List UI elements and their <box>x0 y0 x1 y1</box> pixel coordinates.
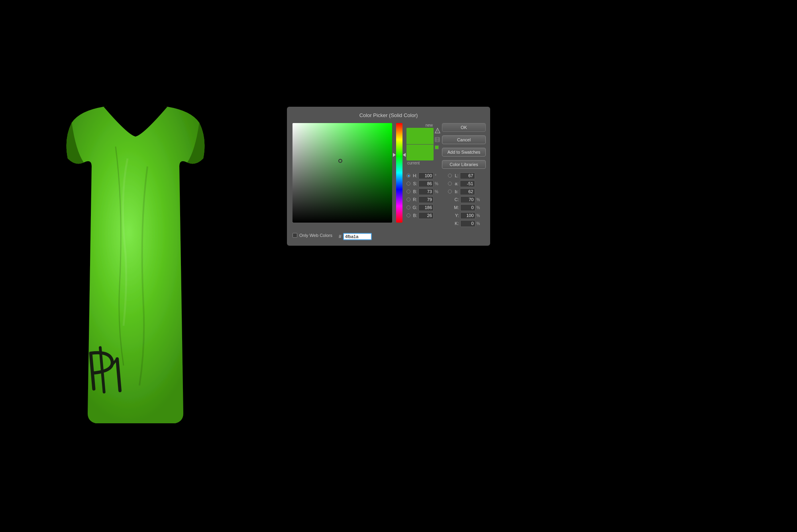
green-label: G: <box>412 205 417 210</box>
color-picker-dialog: Color Picker (Solid Color) new <box>287 107 490 246</box>
lab-l-label: L: <box>453 173 459 178</box>
blue-input[interactable] <box>418 212 434 219</box>
lab-a-label: a: <box>453 181 459 186</box>
cmyk-k-label: K: <box>453 221 459 226</box>
current-color-swatch <box>406 145 434 160</box>
lab-b-radio[interactable] <box>448 190 452 194</box>
hue-radio[interactable] <box>406 174 410 178</box>
color-libraries-button[interactable]: Color Libraries <box>442 160 486 169</box>
values-grid: H: ° S: % B: <box>406 172 486 227</box>
lab-cmyk-column: L: a: b: <box>448 172 486 227</box>
hex-input[interactable] <box>343 233 372 240</box>
svg-text:!: ! <box>437 130 438 133</box>
hex-label: # <box>339 234 342 239</box>
cmyk-k-input[interactable] <box>460 220 475 227</box>
hex-row: # <box>339 233 372 240</box>
lab-l-input[interactable] <box>460 172 475 179</box>
saturation-row: S: % <box>406 180 445 188</box>
hue-unit: ° <box>435 174 440 178</box>
add-to-swatches-button[interactable]: Add to Swatches <box>442 148 486 156</box>
hue-label: H: <box>412 173 417 178</box>
red-input[interactable] <box>418 196 434 203</box>
saturation-radio[interactable] <box>406 182 410 186</box>
web-colors-label: Only Web Colors <box>299 233 332 238</box>
cmyk-m-input[interactable] <box>460 204 475 211</box>
shirt-image <box>24 87 247 445</box>
saturation-input[interactable] <box>418 180 434 187</box>
green-row: G: <box>406 203 445 211</box>
green-radio[interactable] <box>406 205 410 209</box>
cmyk-y-label: Y: <box>453 213 459 218</box>
hue-slider-wrap[interactable] <box>396 123 402 223</box>
green-input[interactable] <box>418 204 434 211</box>
cmyk-c-unit: % <box>477 198 482 202</box>
lab-b-row: b: <box>448 188 486 196</box>
ok-button[interactable]: OK <box>442 123 486 132</box>
swatch-section: new current <box>406 123 440 165</box>
brightness-label: B: <box>412 189 417 194</box>
blue-label: B: <box>412 213 417 218</box>
new-label: new <box>426 123 433 127</box>
cmyk-m-unit: % <box>477 205 482 210</box>
hue-input[interactable] <box>418 172 434 179</box>
red-row: R: <box>406 196 445 203</box>
dialog-title: Color Picker (Solid Color) <box>292 112 485 118</box>
web-safe-icon[interactable] <box>435 137 440 144</box>
lab-a-input[interactable] <box>460 180 475 187</box>
lab-b-label: b: <box>453 189 459 194</box>
red-label: R: <box>412 197 417 202</box>
small-green-square <box>435 145 439 149</box>
lab-l-row: L: <box>448 172 486 180</box>
saturation-unit: % <box>435 182 440 186</box>
brightness-unit: % <box>435 190 440 194</box>
gradient-picker[interactable] <box>292 123 392 223</box>
hsb-column: H: ° S: % B: <box>406 172 445 227</box>
alert-icons: ! <box>435 128 440 149</box>
hue-slider[interactable] <box>396 123 402 223</box>
brightness-radio[interactable] <box>406 190 410 194</box>
right-panel: new current <box>406 123 486 227</box>
blue-row: B: <box>406 211 445 219</box>
shirt-area <box>0 0 271 532</box>
cmyk-m-label: M: <box>453 205 459 210</box>
gamut-warning-icon[interactable]: ! <box>435 128 440 135</box>
red-radio[interactable] <box>406 198 410 201</box>
web-colors-checkbox[interactable] <box>292 233 297 238</box>
lab-a-row: a: <box>448 180 486 188</box>
web-colors-wrap: Only Web Colors <box>292 233 332 238</box>
cmyk-m-row: M: % <box>448 203 486 211</box>
blue-radio[interactable] <box>406 213 410 217</box>
cancel-button[interactable]: Cancel <box>442 135 486 144</box>
top-row-preview: new current <box>406 123 486 171</box>
brightness-input[interactable] <box>418 188 434 195</box>
new-color-swatch <box>406 128 434 144</box>
lab-b-input[interactable] <box>460 188 475 195</box>
cmyk-y-unit: % <box>477 213 482 218</box>
cmyk-k-unit: % <box>477 221 482 226</box>
hue-row: H: ° <box>406 172 445 180</box>
cmyk-c-row: C: % <box>448 196 486 203</box>
cmyk-c-label: C: <box>453 197 459 202</box>
cmyk-k-row: K: % <box>448 219 486 227</box>
saturation-label: S: <box>412 181 417 186</box>
bottom-bar: Only Web Colors # <box>292 231 485 240</box>
cmyk-c-input[interactable] <box>460 196 475 203</box>
lab-l-radio[interactable] <box>448 174 452 178</box>
hue-arrow-right <box>403 153 406 157</box>
current-label: current <box>407 161 420 165</box>
cmyk-y-row: Y: % <box>448 211 486 219</box>
swatch-wrapper: new current <box>406 123 434 165</box>
lab-a-radio[interactable] <box>448 182 452 186</box>
color-preview-swatch[interactable] <box>406 128 434 160</box>
svg-rect-4 <box>435 137 440 142</box>
buttons-column: OK Cancel Add to Swatches Color Librarie… <box>442 123 486 171</box>
cmyk-y-input[interactable] <box>460 212 475 219</box>
brightness-row: B: % <box>406 188 445 196</box>
hue-arrow-left <box>393 153 396 157</box>
